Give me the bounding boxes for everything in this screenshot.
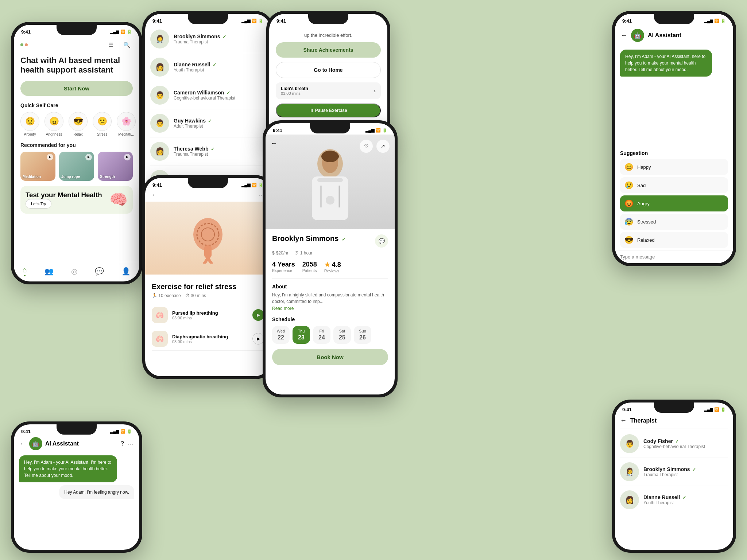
nav-home[interactable]: ⌂ (23, 266, 27, 276)
chat-title-7: AI Assistant (45, 440, 79, 447)
phone-ai-chat-right: 9:41 ▂▄▆ 🛜 🔋 ← 🤖 AI Assistant Hey, I'm A… (612, 11, 736, 266)
read-more-link[interactable]: Read more (272, 306, 294, 311)
care-item-anxiety[interactable]: 😟 Anxiety (20, 112, 39, 136)
back-button-5[interactable]: ← (271, 140, 277, 147)
start-now-button[interactable]: Start Now (20, 81, 133, 96)
therapist-name-0: Brooklyn Simmons ✓ (174, 34, 226, 39)
reviews-label: Reviews (324, 269, 341, 273)
rec-card-meditation[interactable]: ▶ Meditation (20, 152, 55, 181)
profile-name: Brooklyn Simmons ✓ (272, 234, 345, 243)
stress-label: Stress (97, 132, 107, 136)
mini-therapist-name-2: Dianne Russell ✓ (643, 494, 686, 500)
angry-label: Angry (637, 201, 650, 206)
go-to-home-button[interactable]: Go to Home (276, 62, 381, 78)
therapist-item-3[interactable]: 👨 Guy Hawkins ✓ Adult Therapist (150, 109, 266, 137)
care-item-angriness[interactable]: 😠 Angriness (44, 112, 63, 136)
logo-dot-green (20, 43, 23, 46)
happy-label: Happy (637, 164, 651, 170)
care-item-relax[interactable]: 😎 Relax (69, 112, 88, 136)
exercise-meta: 🏃 10 exercise ⏱ 30 mins (152, 293, 264, 298)
date-num-0: 22 (278, 334, 284, 341)
verified-3: ✓ (207, 118, 212, 124)
date-item-4[interactable]: Sun 26 (354, 326, 371, 344)
therapist-item-0[interactable]: 👩‍⚕️ Brooklyn Simmons ✓ Trauma Therapist (150, 25, 266, 53)
suggestion-stressed[interactable]: 😰 Stressed (620, 214, 728, 230)
battery-icon-8: 🔋 (721, 407, 726, 412)
rec-card-strength[interactable]: ▶ Strength (98, 152, 133, 181)
therapist-hero-image: ← ♡ ↗ (266, 135, 395, 229)
back-button-7[interactable]: ← (20, 440, 26, 448)
rec-card-3-label: Strength (100, 175, 115, 179)
user-message-text-7: Hey Adam, I'm feeling angry now. (64, 490, 129, 495)
exercise-name-0: Pursed lip breathing (172, 310, 218, 316)
rec-card-2-label: Jump rope (61, 175, 80, 179)
status-time-7: 9:41 (21, 429, 31, 434)
favorite-button[interactable]: ♡ (360, 140, 373, 153)
nav-messages[interactable]: 💬 (95, 267, 104, 276)
mini-therapist-avatar-1: 👩‍⚕️ (620, 462, 639, 481)
date-item-2[interactable]: Fri 24 (313, 326, 330, 344)
wifi-icon-2: 🛜 (252, 19, 257, 23)
mini-therapist-item-0[interactable]: 👨 Cody Fisher ✓ Cognitive-behavioural Th… (620, 430, 728, 458)
therapist-item-4[interactable]: 👩 Theresa Webb ✓ Trauma Therapist (150, 137, 266, 166)
back-button-6[interactable]: ← (621, 32, 627, 39)
anxiety-icon: 😟 (20, 112, 39, 131)
mental-health-card: Test your Mental Health Let's Try 🧠 (20, 186, 133, 214)
date-item-0[interactable]: Wed 22 (272, 326, 290, 344)
mini-verified-0: ✓ (674, 439, 679, 444)
share-button[interactable]: ↗ (376, 140, 390, 153)
suggestion-sad[interactable]: 😢 Sad (620, 177, 728, 193)
signal-icon-7: ▂▄▆ (110, 429, 119, 434)
ai-message-bubble-7: Hey, I'm Adam - your AI Assistant. I'm h… (19, 455, 117, 482)
message-button[interactable]: 💬 (375, 234, 388, 248)
mini-therapist-item-2[interactable]: 👩 Dianne Russell ✓ Youth Therapist (620, 486, 728, 514)
recommended-title: Recommended for you (20, 142, 133, 148)
clock-icon: ⏱ (294, 250, 299, 256)
help-icon-7[interactable]: ? (121, 440, 124, 447)
search-icon[interactable]: 🔍 (121, 39, 133, 51)
nav-therapists[interactable]: 👥 (44, 267, 54, 276)
battery-icon-4: 🔋 (258, 183, 263, 187)
rec-card-jumprope[interactable]: ▶ Jump rope (59, 152, 94, 181)
suggestion-happy[interactable]: 😊 Happy (620, 159, 728, 175)
pause-exercise-button[interactable]: ⏸ Pause Exercise (276, 104, 381, 117)
exercise-img-1: 🫁 (152, 331, 168, 347)
date-item-3[interactable]: Sat 25 (333, 326, 351, 344)
nav-exercises[interactable]: ◎ (71, 267, 77, 276)
ai-avatar-icon: 🤖 (631, 29, 644, 42)
chat-input-field[interactable] (620, 254, 728, 260)
suggestion-relaxed[interactable]: 😎 Relaxed (620, 232, 728, 248)
logo-dot-orange (25, 43, 28, 46)
therapists-nav-icon: 👥 (44, 267, 54, 276)
relaxed-emoji: 😎 (624, 236, 634, 244)
angry-emoji: 😡 (624, 199, 634, 208)
therapist-item-1[interactable]: 👩 Dianne Russell ✓ Youth Therapist (150, 53, 266, 81)
more-icon-7[interactable]: ⋯ (128, 440, 133, 447)
back-button-4[interactable]: ← (151, 191, 158, 199)
share-achievements-button[interactable]: Share Achievements (276, 42, 381, 58)
therapist-item-2[interactable]: 👨 Cameron Williamson ✓ Cognitive-behavio… (150, 81, 266, 109)
book-now-button[interactable]: Book Now (272, 349, 388, 365)
therapist-name-4: Theresa Webb ✓ (174, 146, 214, 152)
nav-profile[interactable]: 👤 (121, 267, 131, 276)
therapist-name-1: Dianne Russell ✓ (174, 62, 216, 67)
care-item-meditation[interactable]: 🌸 Meditati... (117, 112, 136, 136)
status-icons-1: ▂▄▆ 🛜 🔋 (110, 30, 132, 34)
phone-therapist-mini: 9:41 ▂▄▆ 🛜 🔋 ← Therapist 👨 Cody Fisher ✓… (612, 400, 736, 553)
exercise-row-1[interactable]: 🫁 Diaphragmatic breathing 03:00 mins ▶ (152, 327, 264, 351)
nav-active-dot (24, 275, 26, 276)
suggestion-angry[interactable]: 😡 Angry (620, 195, 728, 211)
stats-row: 4 Years Experience 2058 Patients ★ 4.8 R… (272, 261, 388, 279)
care-item-stress[interactable]: 😕 Stress (93, 112, 112, 136)
mini-therapist-item-1[interactable]: 👩‍⚕️ Brooklyn Simmons ✓ Trauma Therapist (620, 458, 728, 486)
stressed-emoji: 😰 (624, 217, 634, 226)
edit-icon[interactable]: ☰ (105, 39, 117, 51)
quick-care-list: 😟 Anxiety 😠 Angriness 😎 Relax 😕 Stress 🌸 (20, 112, 133, 136)
back-button-8[interactable]: ← (620, 417, 627, 424)
date-day-1: Thu (298, 329, 305, 333)
about-section: About Hey, I'm a highly skilled and comp… (272, 284, 388, 311)
lets-try-button[interactable]: Let's Try (26, 199, 51, 209)
suggestion-section: Suggestion 😊 Happy 😢 Sad 😡 Angry 😰 Stres… (615, 150, 733, 250)
date-item-1[interactable]: Thu 23 (293, 326, 310, 344)
exercise-row-0[interactable]: 🫁 Pursed lip breathing 03:00 mins ▶ (152, 303, 264, 327)
